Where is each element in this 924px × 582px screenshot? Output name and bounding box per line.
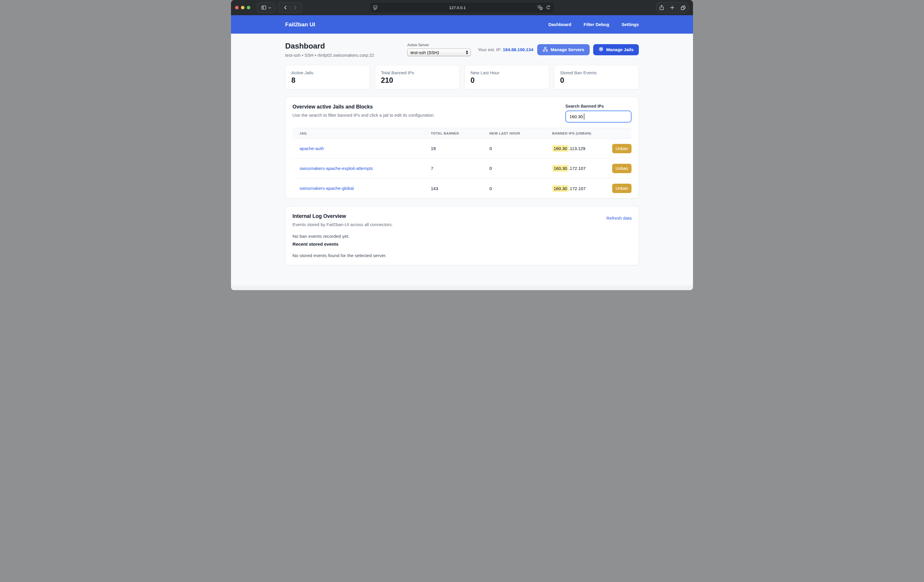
zoom-window-button[interactable] [247,6,250,9]
page-format-icon[interactable] [373,5,378,10]
tab-overview-icon[interactable] [680,5,686,10]
log-heading-block: Internal Log Overview Events stored by F… [292,213,393,227]
search-banned-ips-group: Search Banned IPs [565,104,632,123]
svg-text:x: x [541,8,542,9]
window-controls [235,6,250,9]
back-button[interactable] [282,5,289,10]
ip-match-highlight: 160.30 [552,185,569,192]
ip-rest: .113.129 [569,146,585,151]
no-ban-events-text: No ban events recorded yet. [292,233,632,239]
minimize-window-button[interactable] [241,6,244,9]
recent-stored-events-title: Recent stored events [292,242,632,247]
search-banned-ips-label: Search Banned IPs [565,104,632,109]
stat-value: 0 [560,76,633,84]
browser-window: 127.0.0.1 A x [231,0,693,290]
select-arrows-icon [466,50,468,54]
sidebar-icon [261,5,267,10]
overview-subtitle: Use the search to filter banned IPs and … [292,113,435,118]
page-title: Dashboard [285,41,374,51]
jails-table: JAIL TOTAL BANNED NEW LAST HOUR BANNED I… [292,128,632,198]
page-heading-block: Dashboard test-ssh • SSH • rlinfp02.swis… [285,41,374,58]
history-nav [278,2,302,13]
stat-label: Total Banned IPs [381,70,454,75]
log-subtitle: Events stored by Fail2ban-UI across all … [292,222,393,227]
new-last-hour-value: 0 [490,146,552,151]
stat-label: New Last Hour [470,70,543,75]
text-caret [584,113,584,120]
column-header-new-last-hour: NEW LAST HOUR [490,132,552,135]
translate-icon[interactable]: A x [537,5,543,10]
address-bar[interactable]: 127.0.0.1 A x [369,2,555,13]
manage-jails-label: Manage Jails [606,47,634,52]
stat-value: 210 [381,76,454,84]
active-server-select[interactable]: test-ssh (SSH) [407,49,471,56]
search-banned-ips-input[interactable] [565,110,632,123]
stat-label: Stored Ban Events [560,70,633,75]
stat-card-total-banned: Total Banned IPs 210 [375,65,460,89]
table-row: apache-auth 19 0 160.30 .113.129 Unban [292,139,632,158]
share-icon[interactable] [659,5,664,10]
close-window-button[interactable] [235,6,239,9]
external-ip-label: Your ext. IP: [478,47,502,52]
page-content: Dashboard test-ssh • SSH • rlinfp02.swis… [231,34,693,286]
log-title: Internal Log Overview [292,213,393,219]
table-header-row: JAIL TOTAL BANNED NEW LAST HOUR BANNED I… [292,128,632,139]
divider [290,5,290,10]
reload-icon[interactable] [546,5,551,10]
jail-link[interactable]: apache-auth [300,146,324,151]
stat-card-new-last-hour: New Last Hour 0 [464,65,549,89]
active-server-group: Active Server test-ssh (SSH) [407,43,471,56]
stat-card-stored-ban-events: Stored Ban Events 0 [554,65,639,89]
stat-value: 0 [470,76,543,84]
stat-cards: Active Jails 8 Total Banned IPs 210 New … [285,65,639,89]
browser-toolbar: 127.0.0.1 A x [231,0,693,15]
column-header-jail: JAIL [292,132,431,135]
nav-link-filter-debug[interactable]: Filter Debug [584,22,609,27]
chevron-down-icon [268,6,271,9]
active-server-selected-value: test-ssh (SSH) [411,50,466,55]
jail-link[interactable]: swissmakers-apache-global [300,186,354,191]
total-banned-value: 19 [431,146,489,151]
sidebar-toggle-button[interactable] [257,2,276,13]
stat-label: Active Jails [291,70,364,75]
total-banned-value: 143 [431,186,489,191]
active-server-label: Active Server [407,43,471,47]
url-text: 127.0.0.1 [378,5,537,10]
app-brand: Fail2ban UI [285,21,315,28]
refresh-data-link[interactable]: Refresh data [606,215,632,220]
manage-servers-button[interactable]: Manage Servers [537,44,590,55]
new-tab-icon[interactable] [670,5,675,10]
external-ip-value: 194.88.100.134 [503,47,533,52]
jail-link[interactable]: swissmakers-apache-exploit-attempts [300,166,373,171]
column-header-banned-ips: BANNED IPS (UNBAN) [552,132,632,135]
sitemap-icon [543,46,548,53]
ip-rest: .172.107 [569,186,586,191]
forward-button[interactable] [292,5,298,10]
nav-link-settings[interactable]: Settings [622,22,639,27]
external-ip: Your ext. IP: 194.88.100.134 [478,47,533,52]
page-subtitle: test-ssh • SSH • rlinfp02.swissmakers.co… [285,53,374,58]
manage-servers-label: Manage Servers [551,47,584,52]
nav-links: Dashboard Filter Debug Settings [548,22,639,27]
ip-match-highlight: 160.30 [552,145,569,152]
gear-icon [599,46,604,53]
no-stored-events-text: No stored events found for the selected … [292,253,632,258]
column-header-total-banned: TOTAL BANNED [431,132,489,135]
table-row: swissmakers-apache-exploit-attempts 7 0 … [292,158,632,178]
manage-jails-button[interactable]: Manage Jails [593,44,639,55]
app-navbar: Fail2ban UI Dashboard Filter Debug Setti… [231,15,693,34]
stat-card-active-jails: Active Jails 8 [285,65,370,89]
ip-rest: .172.107 [569,166,586,171]
overview-heading-block: Overview active Jails and Blocks Use the… [292,104,435,118]
internal-log-card: Internal Log Overview Events stored by F… [285,206,639,265]
unban-button[interactable]: Unban [612,164,632,173]
unban-button[interactable]: Unban [612,144,632,153]
total-banned-value: 7 [431,166,489,171]
nav-link-dashboard[interactable]: Dashboard [548,22,571,27]
unban-button[interactable]: Unban [612,184,632,193]
toolbar-right-buttons [656,2,689,13]
new-last-hour-value: 0 [490,166,552,171]
ip-match-highlight: 160.30 [552,165,569,172]
table-row: swissmakers-apache-global 143 0 160.30 .… [292,178,632,198]
new-last-hour-value: 0 [490,186,552,191]
